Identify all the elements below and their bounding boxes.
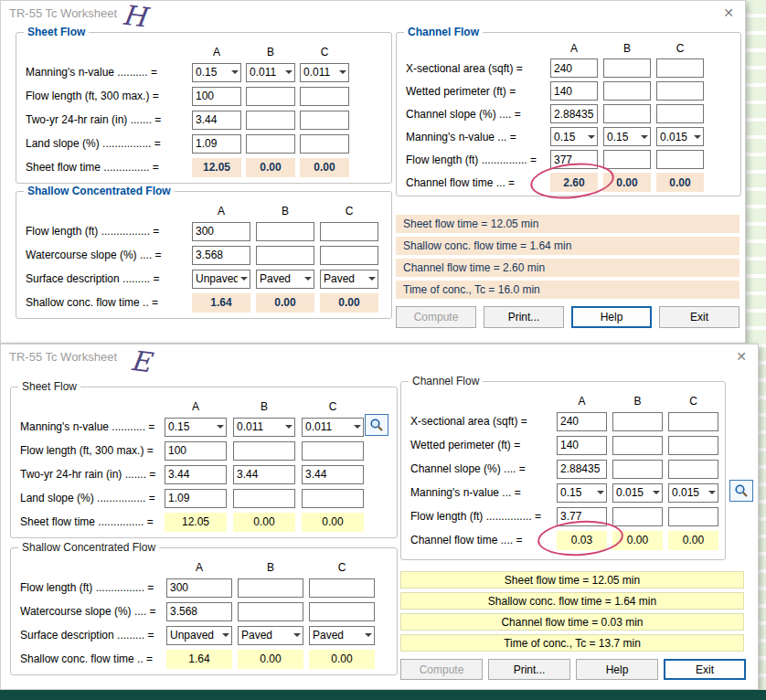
- channel-flow-time-c-output: 0.00: [668, 531, 718, 550]
- flow-length-c-input[interactable]: [656, 150, 704, 169]
- help-button[interactable]: Help: [576, 659, 658, 680]
- land-slope-c-input[interactable]: [302, 489, 364, 508]
- x-sectional-area-label: X-sectional area (sqft) =: [410, 415, 557, 428]
- flow-length-c-input[interactable]: [300, 87, 349, 106]
- flow-length-a-input[interactable]: [165, 441, 227, 461]
- surface-description-c-select[interactable]: Paved: [309, 626, 375, 645]
- selected-value: Paved: [324, 272, 366, 285]
- sheet-flow-time-a-output: 12.05: [165, 513, 227, 532]
- mannings-n-value-a-select[interactable]: 0.15: [192, 63, 241, 82]
- flow-length-b-input[interactable]: [612, 507, 663, 526]
- watercourse-slope-b-input[interactable]: [238, 602, 303, 621]
- mannings-n-value-a-select[interactable]: 0.15: [550, 127, 598, 146]
- two-yr-rain-a-input[interactable]: [192, 111, 241, 130]
- two-yr-rain-a-input[interactable]: [165, 465, 227, 484]
- mannings-n-value-a-select[interactable]: 0.15: [165, 418, 227, 437]
- selected-value: Paved: [241, 629, 291, 642]
- mannings-n-value-a-select[interactable]: 0.15: [557, 483, 607, 503]
- exit-button[interactable]: Exit: [659, 306, 739, 328]
- watercourse-slope-c-input[interactable]: [320, 246, 378, 265]
- help-button[interactable]: Help: [571, 306, 652, 328]
- x-sectional-area-b-input[interactable]: [612, 412, 663, 431]
- flow-length-row: Flow length (ft) ............... =: [410, 504, 719, 528]
- flow-length-b-input[interactable]: [238, 578, 303, 598]
- surface-description-a-select[interactable]: Unpaved: [166, 626, 232, 645]
- wetted-perimeter-c-input[interactable]: [668, 436, 718, 455]
- channel-slope-b-input[interactable]: [612, 460, 663, 479]
- channel-slope-c-input[interactable]: [668, 460, 718, 479]
- lookup-channel-mannings-n-button[interactable]: [729, 480, 753, 502]
- mannings-n-value-b-select[interactable]: 0.15: [603, 127, 651, 146]
- x-sectional-area-c-input[interactable]: [656, 58, 704, 78]
- two-yr-rain-b-input[interactable]: [246, 111, 295, 130]
- print-button[interactable]: Print...: [488, 659, 570, 680]
- two-yr-rain-b-input[interactable]: [233, 465, 295, 484]
- land-slope-b-input[interactable]: [246, 134, 295, 154]
- two-yr-rain-c-input[interactable]: [300, 111, 349, 130]
- surface-description-b-select[interactable]: Paved: [238, 626, 303, 645]
- selected-value: 0.011: [237, 420, 282, 433]
- lookup-mannings-n-button[interactable]: [365, 414, 388, 436]
- flow-length-b-input[interactable]: [246, 87, 295, 106]
- surface-description-a-select[interactable]: Unpaved: [192, 270, 250, 289]
- flow-length-c-input[interactable]: [302, 441, 364, 461]
- flow-length-c-input[interactable]: [668, 507, 718, 526]
- print-button[interactable]: Print...: [484, 306, 564, 328]
- channel-slope-c-input[interactable]: [656, 104, 704, 123]
- two-yr-rain-c-input[interactable]: [302, 465, 364, 484]
- watercourse-slope-a-input[interactable]: [166, 602, 232, 621]
- watercourse-slope-b-input[interactable]: [256, 246, 314, 265]
- channel-slope-a-input[interactable]: [557, 460, 607, 479]
- flow-length-a-input[interactable]: [192, 87, 241, 106]
- close-icon[interactable]: ✕: [736, 350, 747, 363]
- flow-length-b-input[interactable]: [256, 222, 314, 241]
- mannings-n-value-b-select[interactable]: 0.015: [612, 483, 663, 503]
- land-slope-b-input[interactable]: [233, 489, 295, 508]
- channel-flow-time-a-output: 2.60: [550, 173, 598, 192]
- surface-description-c-select[interactable]: Paved: [320, 270, 378, 289]
- channel-slope-b-input[interactable]: [603, 104, 651, 123]
- wetted-perimeter-c-input[interactable]: [656, 81, 704, 101]
- titlebar[interactable]: TR-55 Tc Worksheet ✕: [1, 345, 758, 368]
- channel-slope-a-input[interactable]: [550, 104, 598, 123]
- close-icon[interactable]: ✕: [723, 6, 734, 19]
- x-sectional-area-a-input[interactable]: [550, 58, 598, 78]
- wetted-perimeter-a-input[interactable]: [557, 436, 607, 455]
- sheet-flow-time-a-output: 12.05: [192, 158, 241, 177]
- result-row: Channel flow time = 0.03 min: [400, 613, 744, 631]
- x-sectional-area-b-input[interactable]: [603, 58, 651, 78]
- wetted-perimeter-b-input[interactable]: [603, 81, 651, 101]
- x-sectional-area-a-input[interactable]: [557, 412, 607, 431]
- flow-length-a-input[interactable]: [557, 507, 607, 526]
- watercourse-slope-c-input[interactable]: [309, 602, 375, 621]
- land-slope-c-input[interactable]: [300, 134, 349, 154]
- mannings-n-value-c-select[interactable]: 0.011: [302, 418, 364, 437]
- exit-button[interactable]: Exit: [664, 659, 746, 680]
- mannings-n-value-c-select[interactable]: 0.011: [300, 63, 349, 82]
- mannings-n-value-b-select[interactable]: 0.011: [246, 63, 295, 82]
- flow-length-a-input[interactable]: [166, 578, 232, 598]
- flow-length-a-input[interactable]: [550, 150, 598, 169]
- flow-length-c-input[interactable]: [320, 222, 378, 241]
- mannings-n-value-c-select[interactable]: 0.015: [656, 127, 704, 146]
- land-slope-a-input[interactable]: [192, 134, 241, 154]
- flow-length-b-input[interactable]: [603, 150, 651, 169]
- flow-length-b-input[interactable]: [233, 441, 295, 461]
- sheet-flow-time-label: Sheet flow time ............... =: [26, 161, 192, 174]
- two-yr-rain-label: Two-yr 24-hr rain (in) ....... =: [26, 113, 192, 126]
- flow-length-c-input[interactable]: [309, 578, 375, 598]
- land-slope-a-input[interactable]: [165, 489, 227, 508]
- compute-button[interactable]: Compute: [396, 306, 476, 328]
- watercourse-slope-a-input[interactable]: [192, 246, 250, 265]
- flow-length-a-input[interactable]: [192, 222, 250, 241]
- wetted-perimeter-b-input[interactable]: [612, 436, 663, 455]
- wetted-perimeter-a-input[interactable]: [550, 81, 598, 101]
- land-slope-label: Land slope (%) ................ =: [26, 137, 192, 150]
- column-header-a: A: [192, 205, 250, 217]
- titlebar[interactable]: TR-55 Tc Worksheet ✕: [1, 1, 745, 25]
- mannings-n-value-c-select[interactable]: 0.015: [668, 483, 718, 503]
- mannings-n-value-b-select[interactable]: 0.011: [233, 418, 295, 437]
- compute-button[interactable]: Compute: [400, 659, 483, 680]
- surface-description-b-select[interactable]: Paved: [256, 270, 314, 289]
- x-sectional-area-c-input[interactable]: [668, 412, 718, 431]
